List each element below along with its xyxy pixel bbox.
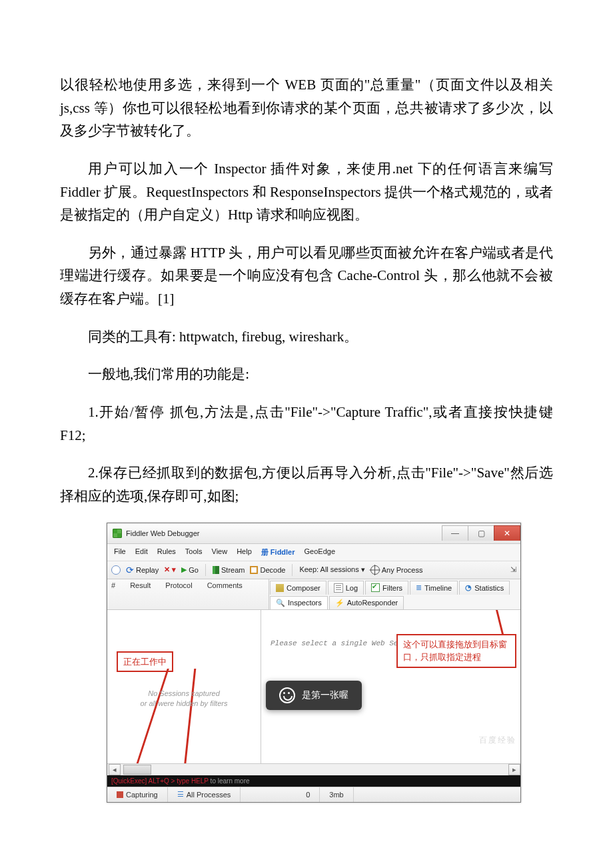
menu-fiddler-brand[interactable]: 册 Fiddler <box>261 547 295 557</box>
quickexec-help: HELP <box>191 777 209 785</box>
col-protocol[interactable]: Protocol <box>165 581 192 607</box>
go-button[interactable]: ▶Go <box>181 565 199 574</box>
scroll-right-button[interactable]: ▸ <box>508 764 520 775</box>
decode-button[interactable]: Decode <box>250 566 285 574</box>
paragraph-1: 以很轻松地使用多选，来得到一个 WEB 页面的"总重量"（页面文件以及相关 js… <box>60 73 553 143</box>
annotation-working: 正在工作中 <box>117 651 173 673</box>
menu-help[interactable]: Help <box>237 547 252 557</box>
toast-text: 是第一张喔 <box>302 689 348 701</box>
menu-view[interactable]: View <box>212 547 228 557</box>
session-list[interactable]: 正在工作中 No Sessions captured or all were h… <box>107 610 261 763</box>
capturing-icon <box>117 791 123 798</box>
quickexec-hint: to learn more <box>209 777 250 785</box>
paragraph-3: 另外，通过暴露 HTTP 头，用户可以看见哪些页面被允许在客户端或者是代理端进行… <box>60 241 553 311</box>
right-tabstrip: Composer Log Filters ≣Timeline ◔Statisti… <box>269 579 520 610</box>
col-result[interactable]: Result <box>130 581 151 607</box>
h-scrollbar[interactable]: ◂ ▸ <box>107 763 520 775</box>
any-process-button[interactable]: Any Process <box>370 565 423 575</box>
col-num[interactable]: # <box>111 581 115 607</box>
status-size: 3mb <box>320 787 353 802</box>
remove-button[interactable]: ✕ ▾ <box>164 565 176 574</box>
annotation-arrow <box>125 669 169 763</box>
paragraph-2: 用户可以加入一个 Inspector 插件对象，来使用.net 下的任何语言来编… <box>60 157 553 227</box>
window-title: Fiddler Web Debugger <box>126 529 199 537</box>
toast-first-image: 是第一张喔 <box>266 681 362 710</box>
col-comments[interactable]: Comments <box>207 581 243 607</box>
menu-edit[interactable]: Edit <box>135 547 148 557</box>
tab-composer[interactable]: Composer <box>270 581 326 595</box>
paragraph-4: 同类的工具有: httpwatch, firebug, wireshark。 <box>60 325 553 349</box>
scroll-left-button[interactable]: ◂ <box>109 764 121 775</box>
smiley-icon <box>279 687 295 703</box>
process-filter-icon: ☰ <box>177 790 184 799</box>
annotation-arrow <box>181 669 197 763</box>
minimize-button[interactable]: — <box>442 525 468 541</box>
fiddler-icon <box>113 529 122 538</box>
close-button[interactable]: ✕ <box>494 525 520 541</box>
titlebar: Fiddler Web Debugger — ▢ ✕ <box>107 523 520 544</box>
tab-inspectors[interactable]: 🔍Inspectors <box>270 596 328 609</box>
content-split: 正在工作中 No Sessions captured or all were h… <box>107 610 520 763</box>
toolbar-overflow[interactable]: ⇲ <box>510 565 516 574</box>
menu-tools[interactable]: Tools <box>185 547 203 557</box>
maximize-button[interactable]: ▢ <box>468 525 494 541</box>
paragraph-7: 2.保存已经抓取到的数据包,方便以后再导入分析,点击"File"->"Save"… <box>60 461 553 507</box>
replay-button[interactable]: ⟳Replay <box>126 565 159 575</box>
paragraph-5: 一般地,我们常用的功能是: <box>60 363 553 386</box>
separator <box>205 564 206 576</box>
menubar: File Edit Rules Tools View Help 册 Fiddle… <box>107 544 520 561</box>
stream-button[interactable]: Stream <box>213 566 245 574</box>
tab-autoresponder[interactable]: ⚡AutoResponder <box>329 596 404 609</box>
separator <box>292 564 293 576</box>
tab-log[interactable]: Log <box>328 581 364 595</box>
no-sessions-msg: No Sessions captured or all were hidden … <box>107 689 261 709</box>
quickexec-bar[interactable]: [QuickExec] ALT+Q > type HELP to learn m… <box>107 775 520 787</box>
status-session-count: 0 <box>241 787 320 802</box>
statusbar: Capturing ☰ All Processes 0 3mb <box>107 787 520 802</box>
tab-statistics[interactable]: ◔Statistics <box>459 581 510 595</box>
toolbar: ⟳Replay ✕ ▾ ▶Go Stream Decode Keep: All … <box>107 561 520 579</box>
fiddler-window: Fiddler Web Debugger — ▢ ✕ File Edit Rul… <box>107 523 521 803</box>
tab-filters[interactable]: Filters <box>365 581 408 595</box>
keep-sessions-dropdown[interactable]: Keep: All sessions ▾ <box>299 565 364 574</box>
status-process-filter[interactable]: ☰ All Processes <box>168 787 241 802</box>
status-capturing[interactable]: Capturing <box>107 787 168 802</box>
menu-rules[interactable]: Rules <box>157 547 176 557</box>
menu-geoedge[interactable]: GeoEdge <box>305 547 335 557</box>
menu-file[interactable]: File <box>114 547 126 557</box>
tab-timeline[interactable]: ≣Timeline <box>410 581 458 595</box>
comment-button[interactable] <box>111 565 121 575</box>
paragraph-6: 1.开始/暂停 抓包,方法是,点击"File"->"Capture Traffi… <box>60 401 553 447</box>
session-columns: # Result Protocol Comments <box>107 579 269 610</box>
quickexec-label: [QuickExec] ALT+Q > type <box>111 777 191 785</box>
scroll-thumb[interactable] <box>123 765 151 775</box>
annotation-anyprocess: 这个可以直接拖放到目标窗口，只抓取指定进程 <box>396 634 516 668</box>
